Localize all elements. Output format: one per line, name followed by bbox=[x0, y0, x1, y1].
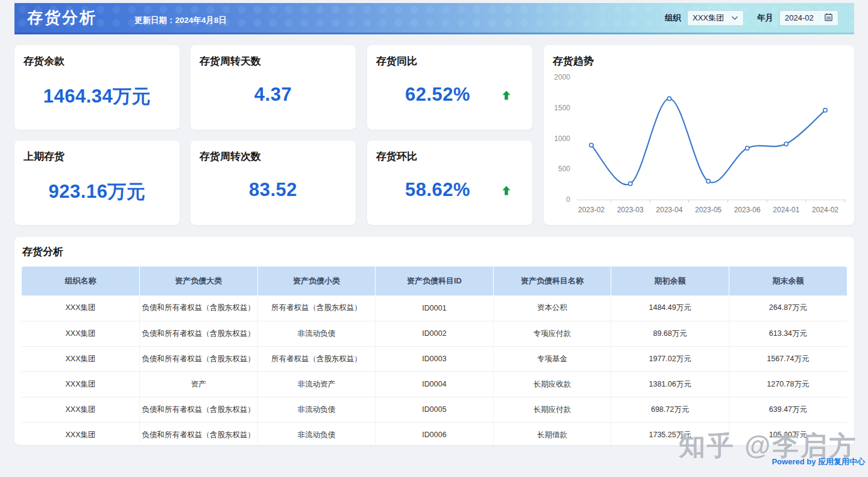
y-axis-tick: 1000 bbox=[554, 134, 570, 143]
table-row[interactable]: XXX集团资产非流动资产ID0004长期应收款1381.06万元1270.78万… bbox=[22, 371, 847, 397]
org-label: 组织 bbox=[665, 13, 681, 24]
table-cell: 105.90万元 bbox=[729, 422, 847, 445]
table-row[interactable]: XXX集团负债和所有者权益（含股东权益）非流动负债ID0002专项应付款89.6… bbox=[22, 321, 847, 346]
y-axis-tick: 0 bbox=[566, 195, 570, 204]
table-cell: 资产 bbox=[140, 371, 258, 397]
powered-by-link[interactable]: Powered by 应用复用中心 bbox=[772, 456, 865, 467]
inventory-analysis-table-card: 存货分析 组织名称资产负债大类资产负债小类资产负债科目ID资产负债科目名称期初余… bbox=[14, 237, 854, 445]
x-axis-tick: 2023-02 bbox=[578, 206, 605, 214]
update-date: 更新日期：2024年4月8日 bbox=[134, 15, 227, 26]
table-cell: 所有者权益（含股东权益） bbox=[257, 346, 376, 371]
chevron-down-icon bbox=[731, 13, 738, 22]
x-axis-tick: 2024-02 bbox=[812, 206, 838, 214]
table-cell: 长期应付款 bbox=[493, 397, 611, 422]
table-cell: 非流动负债 bbox=[257, 397, 376, 422]
table-cell: XXX集团 bbox=[22, 371, 140, 397]
column-header: 资产负债小类 bbox=[257, 267, 376, 295]
table-row[interactable]: XXX集团负债和所有者权益（含股东权益）非流动负债ID0006长期借款1735.… bbox=[22, 422, 847, 445]
calendar-icon bbox=[824, 13, 833, 24]
data-point-marker[interactable] bbox=[667, 96, 671, 100]
x-axis-tick: 2024-01 bbox=[773, 206, 799, 214]
table-cell: XXX集团 bbox=[22, 346, 140, 371]
kpi-label: 存货环比 bbox=[367, 141, 532, 163]
kpi-label: 存货余款 bbox=[14, 45, 180, 68]
table-cell: 1977.02万元 bbox=[611, 346, 729, 371]
month-picker-value: 2024-02 bbox=[785, 13, 814, 22]
table-cell: ID0004 bbox=[376, 371, 494, 397]
table-cell: 89.68万元 bbox=[611, 321, 729, 346]
kpi-card-mom: 存货环比 58.62% bbox=[367, 141, 532, 225]
x-axis-tick: 2023-04 bbox=[656, 206, 682, 214]
table-cell: XXX集团 bbox=[22, 422, 140, 445]
kpi-value: 4.37 bbox=[190, 84, 356, 106]
column-header: 资产负债科目名称 bbox=[493, 267, 611, 295]
table-cell: 负债和所有者权益（含股东权益） bbox=[140, 397, 258, 422]
kpi-card-turnover-days: 存货周转天数 4.37 bbox=[190, 45, 356, 130]
table-cell: ID0006 bbox=[376, 422, 494, 445]
y-axis-tick: 2000 bbox=[554, 73, 570, 81]
kpi-value: 83.52 bbox=[190, 179, 356, 201]
table-cell: ID0001 bbox=[376, 295, 494, 321]
table-row[interactable]: XXX集团负债和所有者权益（含股东权益）所有者权益（含股东权益）ID0003专项… bbox=[22, 346, 847, 371]
table-cell: 1484.49万元 bbox=[611, 295, 729, 321]
inventory-trend-line-chart: 05001000150020002023-022023-032023-04202… bbox=[544, 45, 854, 225]
inventory-analysis-table: 组织名称资产负债大类资产负债小类资产负债科目ID资产负债科目名称期初余额期末余额… bbox=[22, 267, 847, 445]
kpi-value: 923.16万元 bbox=[14, 179, 180, 204]
table-cell: ID0002 bbox=[376, 321, 494, 346]
table-cell: 专项基金 bbox=[493, 346, 611, 371]
kpi-card-yoy: 存货同比 62.52% bbox=[367, 45, 532, 130]
table-cell: 负债和所有者权益（含股东权益） bbox=[140, 295, 258, 321]
kpi-label: 存货周转天数 bbox=[190, 45, 356, 68]
table-cell: 非流动负债 bbox=[257, 321, 376, 346]
table-cell: 长期应收款 bbox=[493, 371, 611, 397]
data-point-marker[interactable] bbox=[784, 142, 788, 145]
table-cell: 1567.74万元 bbox=[729, 346, 847, 371]
table-title: 存货分析 bbox=[14, 237, 854, 259]
table-cell: 非流动负债 bbox=[257, 422, 376, 445]
kpi-value: 62.52% bbox=[367, 84, 508, 106]
data-point-marker[interactable] bbox=[706, 179, 710, 183]
table-cell: XXX集团 bbox=[22, 397, 140, 422]
column-header: 组织名称 bbox=[22, 267, 140, 295]
month-label: 年月 bbox=[757, 13, 773, 24]
header-bar: 存货分析 更新日期：2024年4月8日 组织 XXX集团 年月 2024-02 bbox=[14, 3, 854, 33]
data-point-marker[interactable] bbox=[823, 109, 827, 112]
data-point-marker[interactable] bbox=[745, 147, 749, 150]
up-arrow-icon bbox=[501, 90, 512, 101]
table-row[interactable]: XXX集团负债和所有者权益（含股东权益）所有者权益（含股东权益）ID0001资本… bbox=[22, 295, 847, 321]
x-axis-tick: 2023-06 bbox=[734, 206, 761, 214]
table-cell: 1270.78万元 bbox=[729, 371, 847, 397]
table-cell: 所有者权益（含股东权益） bbox=[257, 295, 376, 321]
kpi-label: 上期存货 bbox=[14, 141, 180, 163]
kpi-value: 1464.34万元 bbox=[14, 84, 180, 109]
table-cell: XXX集团 bbox=[22, 321, 140, 346]
data-point-marker[interactable] bbox=[628, 182, 632, 185]
org-select[interactable]: XXX集团 bbox=[687, 10, 744, 26]
table-cell: 698.72万元 bbox=[611, 397, 729, 422]
table-cell: 专项应付款 bbox=[493, 321, 611, 346]
header-controls: 组织 XXX集团 年月 2024-02 bbox=[665, 10, 838, 26]
y-axis-tick: 500 bbox=[558, 165, 570, 173]
table-row[interactable]: XXX集团负债和所有者权益（含股东权益）非流动负债ID0005长期应付款698.… bbox=[22, 397, 847, 422]
month-picker[interactable]: 2024-02 bbox=[779, 10, 838, 26]
table-cell: 非流动资产 bbox=[257, 371, 376, 397]
kpi-label: 存货周转次数 bbox=[190, 141, 356, 163]
column-header: 期初余额 bbox=[611, 267, 729, 295]
table-header-row: 组织名称资产负债大类资产负债小类资产负债科目ID资产负债科目名称期初余额期末余额 bbox=[22, 267, 847, 295]
table-cell: 长期借款 bbox=[493, 422, 611, 445]
table-cell: ID0005 bbox=[376, 397, 494, 422]
column-header: 期末余额 bbox=[729, 267, 847, 295]
table-cell: 1381.06万元 bbox=[611, 371, 729, 397]
kpi-card-prev-inventory: 上期存货 923.16万元 bbox=[14, 141, 180, 225]
inventory-trend-chart-card: 存货趋势 05001000150020002023-022023-032023-… bbox=[544, 45, 854, 225]
y-axis-tick: 1500 bbox=[554, 104, 570, 112]
data-point-marker[interactable] bbox=[590, 143, 593, 147]
table-cell: 613.34万元 bbox=[729, 321, 847, 346]
org-select-value: XXX集团 bbox=[693, 13, 724, 24]
table-cell: 639.47万元 bbox=[729, 397, 847, 422]
up-arrow-icon bbox=[501, 185, 512, 196]
column-header: 资产负债科目ID bbox=[376, 267, 494, 295]
table-cell: 264.87万元 bbox=[729, 295, 847, 321]
x-axis-tick: 2023-05 bbox=[695, 206, 722, 214]
table-cell: 负债和所有者权益（含股东权益） bbox=[140, 422, 258, 445]
